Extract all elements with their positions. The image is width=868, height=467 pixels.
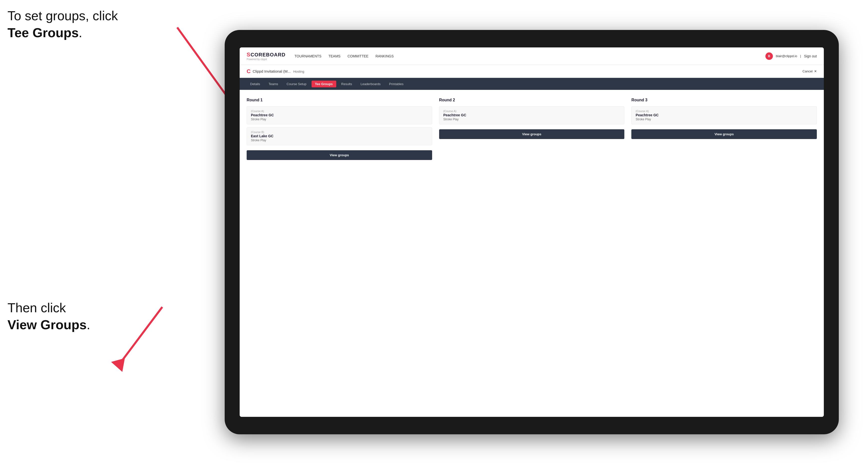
sub-header: C Clippd Invitational (M... Hosting Canc… — [240, 65, 824, 78]
arrow-to-view-groups — [97, 302, 202, 382]
tab-leaderboards[interactable]: Leaderboards — [357, 81, 384, 87]
round-3-view-groups-button[interactable]: View groups — [631, 129, 817, 139]
tab-bar: Details Teams Course Setup Tee Groups Re… — [240, 78, 824, 90]
nav-right: B blair@clippd.io | Sign out — [766, 53, 817, 60]
round-3-course-a-label: (Course A) — [636, 110, 813, 113]
tablet-screen: SCOREBOARD Powered by clippit TOURNAMENT… — [240, 48, 824, 417]
logo-sub: Powered by clippit — [247, 58, 286, 61]
round-3-course-a-card: (Course A) Peachtree GC Stroke Play — [631, 106, 817, 124]
round-2-course-a-label: (Course A) — [443, 110, 620, 113]
tab-details[interactable]: Details — [247, 81, 264, 87]
tab-teams[interactable]: Teams — [265, 81, 282, 87]
tournament-title: Clippd Invitational (M... Hosting — [253, 69, 803, 73]
tab-course-setup[interactable]: Course Setup — [283, 81, 310, 87]
hosting-label: Hosting — [293, 70, 304, 73]
round-2-view-groups-button[interactable]: View groups — [439, 129, 625, 139]
cancel-button[interactable]: Cancel ✕ — [803, 69, 817, 73]
instruction-top-line1: To set groups, click — [7, 8, 118, 23]
top-nav: SCOREBOARD Powered by clippit TOURNAMENT… — [240, 48, 824, 65]
main-content: Round 1 (Course A) Peachtree GC Stroke P… — [240, 90, 824, 417]
round-3-course-a-format: Stroke Play — [636, 118, 813, 121]
user-email: blair@clippd.io — [776, 54, 797, 58]
round-1-title: Round 1 — [247, 98, 432, 102]
round-3-column: Round 3 (Course A) Peachtree GC Stroke P… — [631, 98, 817, 160]
tablet-device: SCOREBOARD Powered by clippit TOURNAMENT… — [225, 30, 839, 434]
logo-c-icon: S — [247, 52, 251, 58]
round-1-course-a-label: (Course A) — [251, 110, 428, 113]
instruction-bottom-line1: Then click — [7, 301, 66, 315]
nav-tournaments[interactable]: TOURNAMENTS — [294, 53, 321, 59]
round-3-course-a-name: Peachtree GC — [636, 113, 813, 117]
round-1-course-a-card: (Course A) Peachtree GC Stroke Play — [247, 106, 432, 124]
logo-area: SCOREBOARD Powered by clippit — [247, 52, 286, 61]
round-1-view-groups-button[interactable]: View groups — [247, 150, 432, 160]
nav-rankings[interactable]: RANKINGS — [375, 53, 394, 59]
round-1-course-b-card: (Course B) East Lake GC Stroke Play — [247, 127, 432, 145]
sign-out-separator: | — [800, 54, 801, 58]
instruction-top-line2: Tee Groups — [7, 26, 79, 40]
svg-line-2 — [117, 307, 162, 367]
rounds-container: Round 1 (Course A) Peachtree GC Stroke P… — [247, 98, 817, 160]
round-2-course-a-format: Stroke Play — [443, 118, 620, 121]
round-2-title: Round 2 — [439, 98, 625, 102]
sign-out-link[interactable]: Sign out — [804, 53, 817, 59]
round-3-title: Round 3 — [631, 98, 817, 102]
round-1-column: Round 1 (Course A) Peachtree GC Stroke P… — [247, 98, 432, 160]
avatar: B — [766, 53, 773, 60]
round-1-course-a-format: Stroke Play — [251, 118, 428, 121]
instruction-bottom-line2: View Groups — [7, 317, 87, 332]
sub-logo-icon: C — [247, 68, 251, 74]
close-icon: ✕ — [814, 69, 817, 73]
nav-teams[interactable]: TEAMS — [329, 53, 341, 59]
instruction-bottom: Then click View Groups. — [7, 300, 90, 333]
round-1-course-b-format: Stroke Play — [251, 138, 428, 142]
round-1-course-b-label: (Course B) — [251, 130, 428, 133]
round-2-course-a-name: Peachtree GC — [443, 113, 620, 117]
round-1-course-b-name: East Lake GC — [251, 134, 428, 138]
logo-text: SCOREBOARD — [247, 52, 286, 58]
round-2-course-a-card: (Course A) Peachtree GC Stroke Play — [439, 106, 625, 124]
tab-results[interactable]: Results — [338, 81, 355, 87]
round-2-column: Round 2 (Course A) Peachtree GC Stroke P… — [439, 98, 625, 160]
nav-links: TOURNAMENTS TEAMS COMMITTEE RANKINGS — [294, 53, 766, 59]
nav-committee[interactable]: COMMITTEE — [347, 53, 369, 59]
tab-tee-groups[interactable]: Tee Groups — [312, 81, 336, 87]
round-1-course-a-name: Peachtree GC — [251, 113, 428, 117]
svg-marker-3 — [111, 358, 125, 372]
tab-printables[interactable]: Printables — [385, 81, 407, 87]
